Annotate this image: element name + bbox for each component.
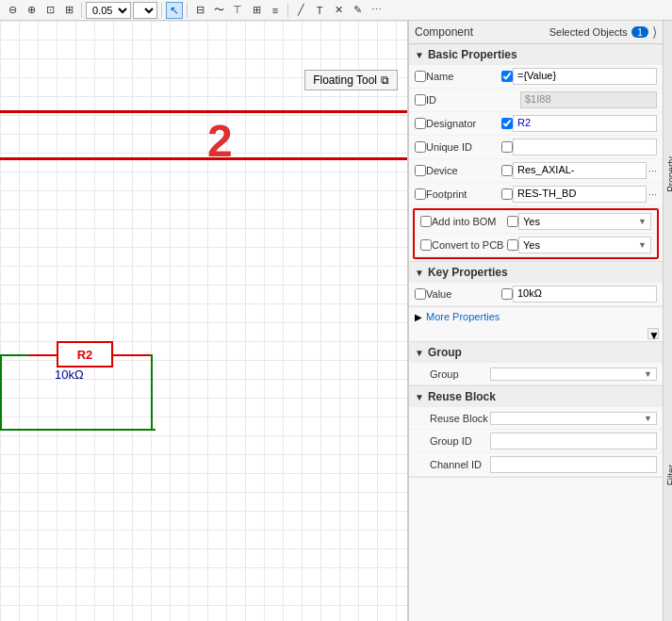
- basic-properties-label: Basic Properties: [428, 48, 517, 61]
- value-check1[interactable]: [415, 288, 426, 300]
- wire-left-v: [0, 354, 2, 430]
- zoom-out-icon[interactable]: ⊖: [4, 2, 21, 19]
- group-field-label: Group: [415, 368, 490, 380]
- group-dropdown[interactable]: ▼: [490, 368, 657, 381]
- group-header[interactable]: ▼ Group: [409, 342, 663, 363]
- value-check2[interactable]: [501, 288, 513, 300]
- device-label: Device: [426, 165, 501, 176]
- convert-pcb-label: Convert to PCB: [432, 239, 507, 251]
- value-field[interactable]: 10kΩ: [513, 286, 657, 302]
- footprint-label: Footprint: [426, 188, 501, 200]
- main-area: 2 Floating Tool ⧉ R2 10kΩ: [0, 21, 672, 621]
- reuse-block-dropdown[interactable]: ▼: [490, 412, 657, 425]
- zoom-fit-icon[interactable]: ⊡: [41, 2, 58, 19]
- convert-pcb-arrow-icon: ▼: [638, 240, 647, 250]
- convert-pcb-dropdown[interactable]: Yes ▼: [518, 237, 651, 253]
- wire-bottom-h: [0, 429, 156, 431]
- group-arrow-icon2: ▼: [644, 369, 652, 379]
- highlighted-section: Add into BOM Yes ▼ Convert to PCB: [413, 208, 659, 259]
- group-id-row: Group ID: [409, 430, 663, 453]
- add-bom-row: Add into BOM Yes ▼: [415, 210, 657, 234]
- more-props-scroll-btn[interactable]: ▼: [647, 328, 659, 339]
- sep3: [187, 3, 188, 18]
- canvas-line-bottom: [0, 157, 407, 160]
- add-bom-check2[interactable]: [507, 216, 518, 227]
- resistor-box[interactable]: R2: [57, 341, 113, 368]
- panel-close-icon[interactable]: ⟩: [652, 25, 657, 40]
- resistor-value: 10kΩ: [55, 368, 84, 382]
- zoom-area-icon[interactable]: ⊞: [60, 2, 77, 19]
- snap-select[interactable]: 0.05: [86, 2, 131, 19]
- bus-icon[interactable]: ≡: [267, 2, 284, 19]
- more-properties-row[interactable]: ▶ More Properties: [409, 307, 663, 326]
- panel-header-right: Selected Objects 1 ⟩: [549, 25, 657, 40]
- unique-id-check1[interactable]: [415, 141, 426, 153]
- id-row: ID $1I88: [409, 89, 663, 112]
- line-icon[interactable]: ╱: [292, 2, 309, 19]
- channel-id-row: Channel ID: [409, 453, 663, 477]
- sep4: [287, 3, 288, 18]
- selected-count-badge: 1: [631, 26, 648, 38]
- unique-id-check2[interactable]: [501, 141, 513, 153]
- reuse-block-header[interactable]: ▼ Reuse Block: [409, 386, 663, 407]
- add-bom-check1[interactable]: [420, 216, 432, 227]
- more-props-scroll: ▼: [409, 326, 663, 341]
- footprint-check1[interactable]: [415, 188, 426, 200]
- basic-properties-header[interactable]: ▼ Basic Properties: [409, 44, 663, 65]
- netflag-icon[interactable]: ⊤: [229, 2, 246, 19]
- floating-tool-label: Floating Tool: [313, 74, 377, 87]
- name-check2[interactable]: [501, 71, 513, 82]
- add-bom-dropdown[interactable]: Yes ▼: [518, 213, 651, 230]
- unique-id-value[interactable]: [513, 139, 657, 155]
- device-check1[interactable]: [415, 165, 426, 176]
- reuse-block-arrow-icon: ▼: [415, 392, 424, 402]
- wire-right: [113, 354, 151, 356]
- filter-tab[interactable]: Filter: [666, 461, 672, 489]
- pcb-icon[interactable]: ⊞: [248, 2, 265, 19]
- id-check1[interactable]: [415, 94, 426, 106]
- device-value[interactable]: Res_AXIAL-: [513, 162, 647, 179]
- footprint-row: Footprint RES-TH_BD ···: [409, 183, 663, 206]
- basic-properties-section: ▼ Basic Properties Name ={Value} ID $1I8…: [409, 44, 663, 262]
- more-icon[interactable]: ⋯: [368, 2, 385, 19]
- edit-icon[interactable]: ✎: [349, 2, 366, 19]
- panel-component-tab[interactable]: Component: [415, 25, 473, 39]
- selected-objects-label: Selected Objects: [549, 26, 628, 38]
- value-row: Value 10kΩ: [409, 283, 663, 306]
- footprint-check2[interactable]: [501, 188, 513, 200]
- component-icon[interactable]: ⊟: [191, 2, 208, 19]
- more-properties-label[interactable]: More Properties: [426, 311, 500, 322]
- floating-tool-btn[interactable]: Floating Tool ⧉: [304, 70, 398, 90]
- convert-pcb-check1[interactable]: [420, 239, 432, 251]
- footprint-dots-btn[interactable]: ···: [648, 188, 657, 200]
- wire-icon[interactable]: 〜: [210, 2, 227, 19]
- unit-select[interactable]: inch: [133, 2, 157, 19]
- cursor-tool-btn[interactable]: ↖: [166, 2, 183, 19]
- channel-id-label: Channel ID: [415, 459, 490, 470]
- delete-icon[interactable]: ✕: [330, 2, 347, 19]
- group-label: Group: [428, 346, 462, 359]
- convert-pcb-row: Convert to PCB Yes ▼: [415, 234, 657, 257]
- property-tab[interactable]: Property: [666, 153, 672, 196]
- name-value[interactable]: ={Value}: [513, 68, 657, 85]
- text-icon[interactable]: T: [311, 2, 328, 19]
- device-dots-btn[interactable]: ···: [648, 165, 657, 176]
- key-properties-header[interactable]: ▼ Key Properties: [409, 262, 663, 283]
- unique-id-label: Unique ID: [426, 141, 501, 153]
- channel-id-value[interactable]: [490, 456, 657, 473]
- device-check2[interactable]: [501, 165, 513, 176]
- zoom-in-icon[interactable]: ⊕: [23, 2, 40, 19]
- designator-check1[interactable]: [415, 118, 426, 129]
- key-props-arrow-icon: ▼: [415, 268, 424, 278]
- sep1: [81, 3, 82, 18]
- group-arrow-icon: ▼: [415, 348, 424, 358]
- designator-value[interactable]: R2: [513, 115, 657, 132]
- canvas-area[interactable]: 2 Floating Tool ⧉ R2 10kΩ: [0, 21, 408, 621]
- designator-check2[interactable]: [501, 118, 513, 129]
- unique-id-row: Unique ID: [409, 136, 663, 159]
- footprint-value[interactable]: RES-TH_BD: [513, 186, 647, 203]
- id-label: ID: [426, 94, 501, 106]
- convert-pcb-check2[interactable]: [507, 239, 518, 251]
- group-id-value[interactable]: [490, 433, 657, 449]
- name-check1[interactable]: [415, 71, 426, 82]
